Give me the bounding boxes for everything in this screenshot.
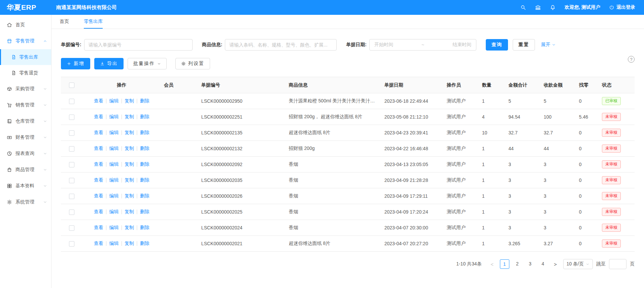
edit-link[interactable]: 编辑 xyxy=(109,177,118,183)
row-checkbox[interactable] xyxy=(69,225,74,231)
page-button-1[interactable]: 1 xyxy=(500,259,509,269)
delete-link[interactable]: 删除 xyxy=(140,241,149,246)
copy-link[interactable]: 复制 xyxy=(125,209,134,214)
sidebar-item-sales[interactable]: 销售管理 xyxy=(0,97,51,113)
copy-link[interactable]: 复制 xyxy=(125,177,134,183)
copy-link[interactable]: 复制 xyxy=(125,241,134,246)
edit-link[interactable]: 编辑 xyxy=(109,98,118,103)
edit-link[interactable]: 编辑 xyxy=(109,146,118,151)
copy-link[interactable]: 复制 xyxy=(125,193,134,198)
row-checkbox[interactable] xyxy=(69,162,74,167)
material-input[interactable] xyxy=(225,39,337,51)
view-link[interactable]: 查看 xyxy=(94,146,103,151)
row-checkbox[interactable] xyxy=(69,99,74,104)
sidebar-item-system[interactable]: 系统管理 xyxy=(0,194,51,210)
copy-link[interactable]: 复制 xyxy=(125,161,134,167)
sidebar-item-finance[interactable]: 财务管理 xyxy=(0,129,51,146)
add-label: 新增 xyxy=(74,61,84,67)
bill-no-cell: LSCK00000002132 xyxy=(198,141,285,157)
edit-link[interactable]: 编辑 xyxy=(109,114,118,119)
copy-link[interactable]: 复制 xyxy=(125,225,134,230)
view-link[interactable]: 查看 xyxy=(94,225,103,230)
sidebar-item-procurement[interactable]: 采购管理 xyxy=(0,81,51,97)
sidebar-item-retail[interactable]: 零售管理 xyxy=(0,33,51,49)
divider: | xyxy=(106,177,107,183)
gear-icon xyxy=(181,61,186,66)
row-checkbox[interactable] xyxy=(69,115,74,120)
select-all-checkbox[interactable] xyxy=(69,83,74,88)
copy-link[interactable]: 复制 xyxy=(125,114,134,119)
edit-link[interactable]: 编辑 xyxy=(109,209,118,214)
tab-retail-outbound[interactable]: 零售出库 xyxy=(84,15,103,29)
sidebar-item-goods[interactable]: 商品管理 xyxy=(0,162,51,178)
next-page-button[interactable]: > xyxy=(551,261,560,267)
page-button-3[interactable]: 3 xyxy=(526,259,535,269)
copy-link[interactable]: 复制 xyxy=(125,146,134,151)
actions-cell: 查看|编辑|复制|删除 xyxy=(82,220,161,236)
tab-home[interactable]: 首页 xyxy=(60,15,69,29)
delete-link[interactable]: 删除 xyxy=(140,209,149,214)
platform-icon[interactable] xyxy=(535,4,541,10)
delete-link[interactable]: 删除 xyxy=(140,177,149,183)
search-button[interactable]: 查询 xyxy=(486,39,508,51)
jump-page-input[interactable] xyxy=(609,259,626,269)
copy-link[interactable]: 复制 xyxy=(125,130,134,135)
change-cell: 0 xyxy=(576,236,599,252)
delete-link[interactable]: 删除 xyxy=(140,130,149,135)
page-size-select[interactable]: 10 条/页 xyxy=(563,259,593,269)
expand-link[interactable]: 展开 xyxy=(541,42,556,48)
copy-link[interactable]: 复制 xyxy=(125,98,134,103)
edit-link[interactable]: 编辑 xyxy=(109,225,118,230)
row-checkbox[interactable] xyxy=(69,210,74,215)
row-checkbox[interactable] xyxy=(69,146,74,152)
edit-link[interactable]: 编辑 xyxy=(109,161,118,167)
row-checkbox[interactable] xyxy=(69,194,74,199)
row-checkbox[interactable] xyxy=(69,130,74,136)
help-icon[interactable]: ? xyxy=(628,56,635,63)
view-link[interactable]: 查看 xyxy=(94,209,103,214)
date-cell: 2023-04-23 20:39:41 xyxy=(381,125,443,141)
edit-link[interactable]: 编辑 xyxy=(109,193,118,198)
delete-link[interactable]: 删除 xyxy=(140,225,149,230)
view-link[interactable]: 查看 xyxy=(94,130,103,135)
page-button-2[interactable]: 2 xyxy=(513,259,522,269)
sidebar-item-home[interactable]: 首页 xyxy=(0,17,51,33)
edit-link[interactable]: 编辑 xyxy=(109,130,118,135)
delete-link[interactable]: 删除 xyxy=(140,98,149,103)
sidebar-item-label: 零售退货 xyxy=(19,70,38,76)
delete-link[interactable]: 删除 xyxy=(140,161,149,167)
add-button[interactable]: 新增 xyxy=(61,58,90,69)
batch-actions-button[interactable]: 批量操作 xyxy=(128,58,167,69)
column-settings-button[interactable]: 列设置 xyxy=(175,58,210,69)
sidebar-item-retail-return[interactable]: 零售退货 xyxy=(0,65,51,81)
sidebar-item-reports[interactable]: 报表查询 xyxy=(0,146,51,162)
reset-button[interactable]: 重置 xyxy=(513,39,535,51)
edit-link[interactable]: 编辑 xyxy=(109,241,118,246)
sidebar-item-retail-outbound[interactable]: 零售出库 xyxy=(0,49,51,65)
export-button[interactable]: 导出 xyxy=(94,58,124,69)
bill-no-input[interactable] xyxy=(84,39,193,51)
bell-icon[interactable] xyxy=(550,4,556,10)
prev-page-button[interactable]: < xyxy=(488,261,497,267)
delete-link[interactable]: 删除 xyxy=(140,114,149,119)
row-checkbox[interactable] xyxy=(69,178,74,183)
view-link[interactable]: 查看 xyxy=(94,193,103,198)
sidebar-item-basic-data[interactable]: 基本资料 xyxy=(0,178,51,194)
delete-link[interactable]: 删除 xyxy=(140,193,149,198)
logout-button[interactable]: 退出登录 xyxy=(609,4,635,10)
view-link[interactable]: 查看 xyxy=(94,114,103,119)
view-link[interactable]: 查看 xyxy=(94,98,103,103)
header-total: 金额合计 xyxy=(505,77,540,93)
page-button-4[interactable]: 4 xyxy=(538,259,548,269)
view-link[interactable]: 查看 xyxy=(94,161,103,167)
search-icon[interactable] xyxy=(520,4,526,10)
book-icon xyxy=(7,119,12,124)
status-badge: 未审核 xyxy=(602,176,621,184)
date-range-input[interactable]: 开始时间 ~ 结束时间 xyxy=(369,39,476,51)
delete-link[interactable]: 删除 xyxy=(140,146,149,151)
view-link[interactable]: 查看 xyxy=(94,241,103,246)
row-checkbox[interactable] xyxy=(69,241,74,247)
sidebar-item-warehouse[interactable]: 仓库管理 xyxy=(0,113,51,129)
jump-suffix: 页 xyxy=(630,261,635,267)
view-link[interactable]: 查看 xyxy=(94,177,103,183)
